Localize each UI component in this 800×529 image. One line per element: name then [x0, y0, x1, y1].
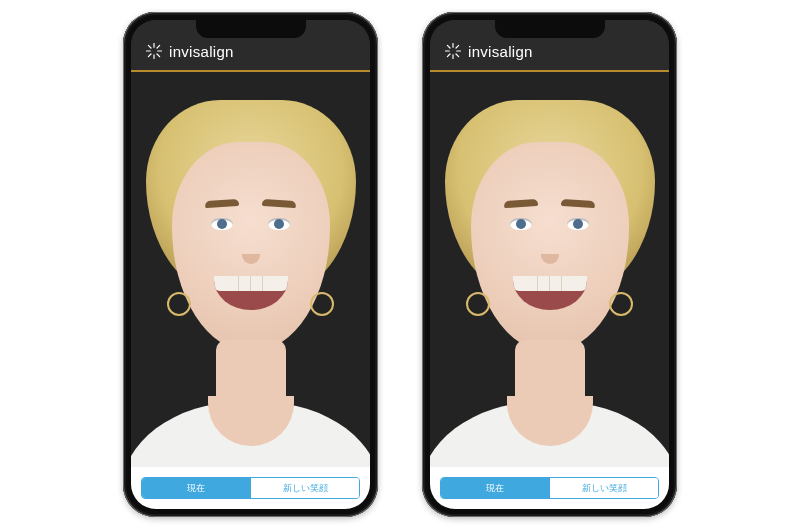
svg-line-7 [148, 54, 151, 57]
phone-mockup-right: invisalign 現在 新しい笑顔 [422, 12, 677, 517]
star-burst-icon [444, 42, 462, 60]
before-after-segmented-control: 現在 新しい笑顔 [141, 477, 360, 499]
svg-line-14 [456, 45, 459, 48]
brand-logo: invisalign [145, 42, 234, 60]
segment-new-smile-button[interactable]: 新しい笑顔 [549, 478, 658, 498]
device-notch [495, 20, 605, 38]
bottom-toolbar: 現在 新しい笑顔 [430, 467, 669, 509]
svg-line-4 [148, 45, 151, 48]
svg-line-5 [157, 54, 160, 57]
svg-line-13 [456, 54, 459, 57]
phone-screen: invisalign 現在 新しい笑顔 [430, 20, 669, 509]
device-notch [196, 20, 306, 38]
segment-new-smile-button[interactable]: 新しい笑顔 [250, 478, 359, 498]
brand-name: invisalign [468, 43, 533, 60]
svg-line-12 [447, 45, 450, 48]
phone-screen: invisalign 現在 新しい笑顔 [131, 20, 370, 509]
svg-line-6 [157, 45, 160, 48]
smile-photo [131, 72, 370, 467]
brand-name: invisalign [169, 43, 234, 60]
smile-photo [430, 72, 669, 467]
star-burst-icon [145, 42, 163, 60]
bottom-toolbar: 現在 新しい笑顔 [131, 467, 370, 509]
svg-line-15 [447, 54, 450, 57]
phone-mockup-left: invisalign 現在 新しい笑顔 [123, 12, 378, 517]
before-after-segmented-control: 現在 新しい笑顔 [440, 477, 659, 499]
segment-current-button[interactable]: 現在 [441, 478, 549, 498]
segment-current-button[interactable]: 現在 [142, 478, 250, 498]
brand-logo: invisalign [444, 42, 533, 60]
